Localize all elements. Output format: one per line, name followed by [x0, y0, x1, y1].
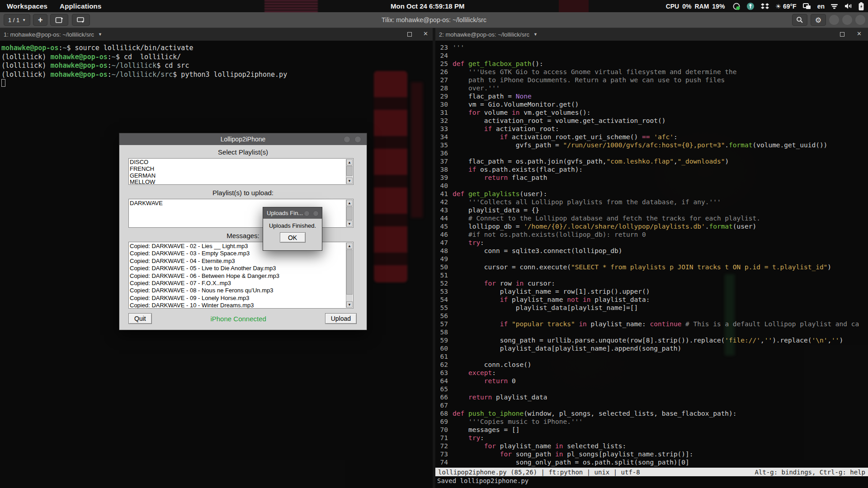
maximize-button[interactable]	[842, 15, 852, 25]
new-session-button[interactable]: +	[33, 14, 47, 26]
playlists-items[interactable]: DISCOFRENCHGERMANMELLOW	[130, 159, 345, 184]
line-number: 58	[435, 328, 448, 336]
terminal-line: mohawke@pop-os:~$ source lollilick/bin/a…	[1, 44, 433, 53]
line-number: 47	[435, 239, 448, 247]
split-down-button[interactable]	[72, 14, 90, 26]
code-line: 65	[435, 385, 868, 393]
dialog-minimize-button[interactable]	[344, 136, 350, 143]
workspaces-menu[interactable]: Workspaces	[7, 2, 47, 10]
code-line: 49	[435, 255, 868, 263]
scroll-up-icon[interactable]: ▲	[346, 243, 353, 249]
gear-icon[interactable]: ⚙	[811, 14, 826, 26]
scrollbar[interactable]: ▲ ▼	[346, 243, 353, 308]
code-line: 37 flac_path = os.path.join(gvfs_path,"c…	[435, 157, 868, 165]
message-item[interactable]: Copied: DARKWAVE - 06 - Between Hope & D…	[130, 272, 345, 280]
popup-title: Uploads Fin...	[267, 210, 303, 216]
scrollbar[interactable]: ▲ ▼	[346, 200, 353, 227]
playlist-item[interactable]: MELLOW	[130, 179, 345, 185]
scroll-down-icon[interactable]: ▼	[346, 301, 353, 308]
popup-message: Uploads Finished.	[263, 222, 322, 229]
clock[interactable]: Mon Oct 24 6:59:18 PM	[391, 0, 464, 12]
scrollbar-thumb[interactable]	[346, 249, 353, 295]
code-line: 39 return flac_path	[435, 174, 868, 182]
pane-maximize-icon[interactable]	[840, 32, 844, 37]
chevron-down-icon[interactable]: ▼	[533, 32, 538, 37]
editor-pane-header[interactable]: 2: mohawke@pop-os: ~/lollilick/src ▼ ✕	[435, 28, 868, 41]
close-button[interactable]	[855, 15, 865, 25]
session-selector[interactable]: 1 / 1 ▼	[4, 14, 30, 26]
message-item[interactable]: Copied: DARKWAVE - 08 - Nous ne Ferons q…	[130, 287, 345, 294]
ram-label: RAM	[694, 3, 709, 10]
message-item[interactable]: Copied: DARKWAVE - 07 - F.O.X..mp3	[130, 280, 345, 287]
keyboard-layout-indicator[interactable]: en	[817, 3, 825, 10]
line-number: 43	[435, 206, 448, 214]
volume-icon[interactable]	[844, 3, 852, 9]
playlist-item[interactable]: DISCO	[130, 159, 345, 166]
terminal-pane-header[interactable]: 1: mohawke@pop-os: ~/lollilick/src ▼ ✕	[0, 28, 433, 41]
dropbox-icon[interactable]	[760, 3, 769, 10]
line-number: 30	[435, 100, 448, 108]
line-number: 71	[435, 434, 448, 442]
editor-pane-title: 2: mohawke@pop-os: ~/lollilick/src	[439, 31, 529, 38]
pane-close-icon[interactable]: ✕	[423, 30, 428, 37]
scroll-up-icon[interactable]: ▲	[346, 200, 353, 206]
code-line: 60 playlist_data[playlist_name].append(s…	[435, 344, 868, 352]
gnome-top-bar: Workspaces Applications Mon Oct 24 6:59:…	[0, 0, 868, 12]
code-line: 28 over.'''	[435, 84, 868, 92]
workspaces-overview-icon[interactable]	[802, 3, 811, 10]
system-monitor-icon[interactable]	[732, 2, 741, 10]
line-number: 70	[435, 426, 448, 434]
line-number: 44	[435, 214, 448, 222]
terminal-output[interactable]: mohawke@pop-os:~$ source lollilick/bin/a…	[0, 41, 433, 79]
scrollbar[interactable]: ▲ ▼	[346, 159, 353, 184]
pane-maximize-icon[interactable]	[407, 32, 412, 37]
line-number: 65	[435, 385, 448, 393]
message-item[interactable]: Copied: DARKWAVE - 05 - Live to Die Anot…	[130, 265, 345, 272]
chevron-down-icon[interactable]: ▼	[98, 32, 102, 37]
lollipop2iphone-dialog: Lollipop2iPhone Select Playlist(s) DISCO…	[119, 133, 367, 330]
message-item[interactable]: Copied: DARKWAVE - 04 - Eternite.mp3	[130, 258, 345, 265]
message-item[interactable]: Copied: DARKWAVE - 09 - Lonely Horse.mp3	[130, 295, 345, 302]
code-line: 67	[435, 401, 868, 409]
popup-titlebar[interactable]: Uploads Fin...	[263, 207, 322, 219]
quit-button[interactable]: Quit	[128, 313, 152, 324]
ok-button[interactable]: OK	[280, 232, 306, 243]
playlist-item[interactable]: FRENCH	[130, 166, 345, 173]
scroll-up-icon[interactable]: ▲	[346, 159, 353, 165]
scroll-down-icon[interactable]: ▼	[346, 221, 353, 227]
popup-close-button[interactable]	[313, 211, 319, 216]
minimize-button[interactable]	[829, 15, 839, 25]
popup-minimize-button[interactable]	[304, 211, 310, 216]
code-line: 72 for playlist_name in selected_lists:	[435, 442, 868, 450]
scrollbar-thumb[interactable]	[346, 206, 353, 220]
system-indicators[interactable]: CPU 0% RAM 19% ☀ 69°F en	[666, 0, 864, 12]
editor-pane[interactable]: 2: mohawke@pop-os: ~/lollilick/src ▼ ✕ 2…	[435, 28, 868, 488]
code-editor[interactable]: 23'''2425def get_flacbox_path():26 '''Us…	[435, 41, 868, 468]
playlists-listbox[interactable]: DISCOFRENCHGERMANMELLOW ▲ ▼	[128, 158, 354, 185]
message-item[interactable]: Copied: DARKWAVE - 03 - Empty Space.mp3	[130, 250, 345, 257]
applications-menu[interactable]: Applications	[60, 2, 101, 10]
line-number: 67	[435, 401, 448, 409]
scroll-down-icon[interactable]: ▼	[346, 178, 353, 184]
split-right-button[interactable]	[50, 14, 68, 26]
pane-close-icon[interactable]: ✕	[857, 30, 862, 37]
messages-items[interactable]: Copied: DARKWAVE - 02 - Lies __ Light.mp…	[130, 243, 345, 308]
scrollbar-thumb[interactable]	[346, 166, 353, 176]
messages-listbox[interactable]: Copied: DARKWAVE - 02 - Lies __ Light.mp…	[128, 242, 354, 309]
battery-icon[interactable]	[858, 2, 864, 11]
line-number: 28	[435, 84, 448, 92]
code-line: 46 #if not os.path.exists(lollipop_db): …	[435, 230, 868, 239]
dialog-titlebar[interactable]: Lollipop2iPhone	[119, 133, 367, 145]
upload-playlist-item[interactable]: DARKWAVE	[130, 200, 345, 206]
password-manager-icon[interactable]	[746, 2, 755, 10]
search-button[interactable]	[792, 14, 807, 26]
dialog-close-button[interactable]	[354, 136, 361, 143]
weather-indicator[interactable]: ☀ 69°F	[775, 3, 796, 10]
upload-button[interactable]: Upload	[325, 313, 357, 324]
message-item[interactable]: Copied: DARKWAVE - 10 - Winter Dreams.mp…	[130, 302, 345, 309]
playlist-item[interactable]: GERMAN	[130, 173, 345, 179]
line-number: 64	[435, 377, 448, 385]
line-number: 46	[435, 230, 448, 239]
line-number: 62	[435, 361, 448, 369]
network-signal-icon[interactable]	[830, 3, 838, 9]
